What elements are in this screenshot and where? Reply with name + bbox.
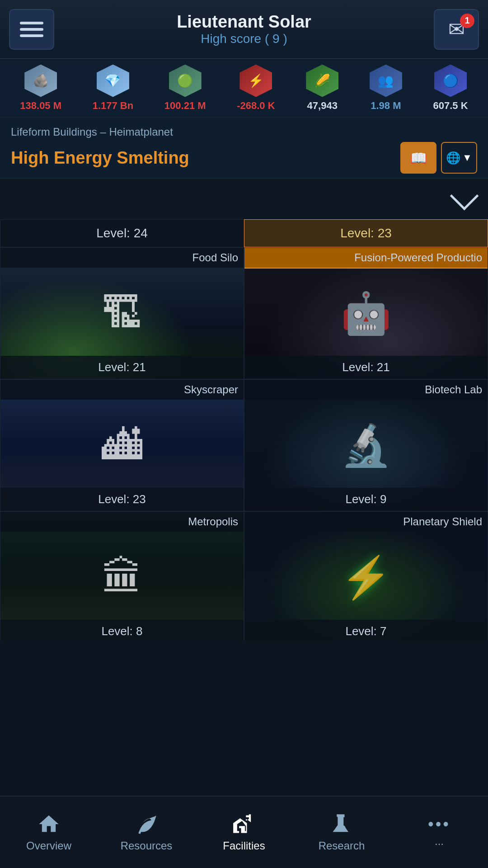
resource-energy[interactable]: ⚡ -268.0 K bbox=[237, 65, 275, 112]
skyscraper-name: Skyscraper bbox=[0, 380, 244, 400]
food-silo-level: Level: 21 bbox=[0, 356, 244, 379]
crystal-icon: 💎 bbox=[97, 65, 129, 97]
resource-population[interactable]: 👥 1.98 M bbox=[370, 65, 402, 112]
nav-overview-label: Overview bbox=[26, 840, 71, 852]
population-value: 1.98 M bbox=[371, 100, 401, 112]
planet-title-row: High Energy Smelting 📖 🌐 ▼ bbox=[11, 142, 477, 174]
planet-actions: 📖 🌐 ▼ bbox=[400, 142, 477, 174]
resource-dark-matter[interactable]: 🔵 607.5 K bbox=[433, 65, 468, 112]
player-name: Lieutenant Solar bbox=[54, 12, 434, 32]
deuterium-value: 100.21 M bbox=[164, 100, 206, 112]
level-cell-right[interactable]: Level: 23 bbox=[244, 219, 488, 247]
globe-button[interactable]: 🌐 ▼ bbox=[441, 142, 477, 174]
nav-resources-label: Resources bbox=[121, 840, 173, 852]
metropolis-level: Level: 8 bbox=[0, 620, 244, 641]
building-planetary-shield[interactable]: Planetary Shield ⚡ Level: 7 bbox=[244, 511, 488, 641]
level-row: Level: 24 Level: 23 bbox=[0, 219, 488, 247]
mail-badge: 1 bbox=[460, 14, 474, 28]
nav-facilities[interactable]: Facilities bbox=[199, 812, 289, 852]
menu-button[interactable] bbox=[9, 9, 54, 50]
shield-name: Planetary Shield bbox=[244, 512, 488, 532]
metal-icon: 🪨 bbox=[24, 65, 57, 97]
home-icon bbox=[37, 812, 61, 836]
resource-food[interactable]: 🌽 47,943 bbox=[306, 65, 338, 112]
fusion-name: Fusion-Powered Productio bbox=[244, 248, 488, 269]
nav-resources[interactable]: Resources bbox=[101, 812, 192, 852]
mail-button[interactable]: ✉ 1 bbox=[434, 9, 479, 50]
player-info: Lieutenant Solar High score ( 9 ) bbox=[54, 12, 434, 46]
biotech-level: Level: 9 bbox=[244, 488, 488, 511]
dots-icon: ••• bbox=[428, 815, 450, 834]
metropolis-name: Metropolis bbox=[0, 512, 244, 532]
chevron-down-icon[interactable] bbox=[447, 188, 474, 210]
food-silo-name: Food Silo bbox=[0, 248, 244, 268]
bottom-nav: Overview Resources Facilities Research •… bbox=[0, 796, 488, 868]
buildings-scroll: Food Silo 🏗 Level: 21 Fusion-Powered Pro… bbox=[0, 247, 488, 641]
deuterium-icon: 🟢 bbox=[169, 65, 202, 97]
resource-metal[interactable]: 🪨 138.05 M bbox=[20, 65, 61, 112]
nav-more[interactable]: ••• ··· bbox=[394, 815, 484, 850]
building-skyscraper[interactable]: Skyscraper 🏙 Level: 23 bbox=[0, 379, 244, 511]
nav-facilities-label: Facilities bbox=[223, 840, 265, 852]
building-food-silo[interactable]: Food Silo 🏗 Level: 21 bbox=[0, 247, 244, 379]
book-button[interactable]: 📖 bbox=[400, 142, 436, 174]
nav-overview[interactable]: Overview bbox=[4, 812, 94, 852]
skyscraper-level: Level: 23 bbox=[0, 488, 244, 511]
header: Lieutenant Solar High score ( 9 ) ✉ 1 bbox=[0, 0, 488, 59]
crystal-value: 1.177 Bn bbox=[93, 100, 134, 112]
breadcrumb: Lifeform Buildings – Heimatplanet bbox=[11, 126, 477, 138]
dropdown-arrow: ▼ bbox=[462, 152, 472, 164]
building-metropolis[interactable]: Metropolis 🏛 Level: 8 bbox=[0, 511, 244, 641]
resource-deuterium[interactable]: 🟢 100.21 M bbox=[164, 65, 206, 112]
buildings-grid: Food Silo 🏗 Level: 21 Fusion-Powered Pro… bbox=[0, 247, 488, 641]
resources-bar: 🪨 138.05 M 💎 1.177 Bn 🟢 100.21 M ⚡ -268.… bbox=[0, 59, 488, 118]
nav-research-label: Research bbox=[319, 840, 365, 852]
building-biotech-lab[interactable]: Biotech Lab 🔬 Level: 9 bbox=[244, 379, 488, 511]
building-icon bbox=[232, 812, 256, 836]
dropdown-area bbox=[0, 179, 488, 219]
flask-icon bbox=[330, 812, 353, 836]
planet-title: High Energy Smelting bbox=[11, 148, 189, 168]
food-value: 47,943 bbox=[307, 100, 338, 112]
fusion-level: Level: 21 bbox=[244, 356, 488, 379]
shield-level: Level: 7 bbox=[244, 620, 488, 641]
population-icon: 👥 bbox=[370, 65, 402, 97]
energy-value: -268.0 K bbox=[237, 100, 275, 112]
dark-matter-value: 607.5 K bbox=[433, 100, 468, 112]
player-score: High score ( 9 ) bbox=[54, 32, 434, 46]
energy-icon: ⚡ bbox=[239, 65, 272, 97]
level-cell-left[interactable]: Level: 24 bbox=[0, 219, 244, 247]
dark-matter-icon: 🔵 bbox=[434, 65, 467, 97]
score-label: High score bbox=[201, 32, 261, 46]
leaf-icon bbox=[135, 812, 158, 836]
building-fusion[interactable]: Fusion-Powered Productio 🤖 Level: 21 bbox=[244, 247, 488, 379]
globe-icon: 🌐 bbox=[446, 151, 460, 165]
metal-value: 138.05 M bbox=[20, 100, 61, 112]
biotech-name: Biotech Lab bbox=[244, 380, 488, 400]
score-value: ( 9 ) bbox=[265, 32, 287, 46]
nav-research[interactable]: Research bbox=[296, 812, 387, 852]
food-icon: 🌽 bbox=[306, 65, 338, 97]
resource-crystal[interactable]: 💎 1.177 Bn bbox=[93, 65, 134, 112]
planet-header: Lifeform Buildings – Heimatplanet High E… bbox=[0, 118, 488, 179]
nav-more-label: ··· bbox=[435, 837, 444, 850]
